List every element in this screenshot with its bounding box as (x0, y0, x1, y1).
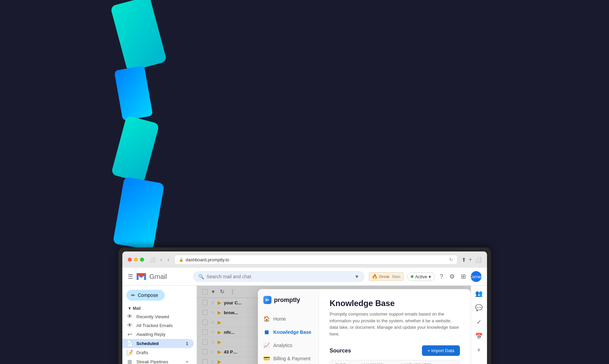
gmail-right-sidebar: 👥 💬 ✓ 📅 + (471, 286, 487, 364)
right-sidebar-meet-icon[interactable]: 👥 (474, 288, 484, 299)
gmail-logo: ☰ Gmail (128, 270, 189, 283)
home-icon: 🏠 (263, 316, 270, 322)
lock-icon: 🔒 (179, 258, 184, 262)
active-label: Active (415, 274, 427, 279)
deco-shape-tl2 (114, 65, 153, 121)
maximize-button[interactable] (140, 258, 144, 262)
modal-title: Knowledge Base (330, 299, 460, 308)
traffic-lights (128, 258, 144, 262)
forward-button[interactable]: › (166, 257, 170, 262)
import-data-button[interactable]: + Import Data (422, 345, 460, 356)
table-header: TYPE NAME SIZE LAST UPDATED (330, 360, 460, 364)
deco-shape-tl (110, 0, 167, 72)
gmail-header-right: 🔥 Streak Basic Active ▾ ? ⚙ ⊞ (369, 271, 482, 282)
mail-label-text: Mail (133, 306, 141, 311)
apps-icon[interactable]: ⊞ (460, 271, 467, 282)
sidebar-item-drafts[interactable]: 📝 Drafts (122, 348, 194, 357)
sidebar-item-awaiting[interactable]: ↩ Awaiting Reply (122, 330, 194, 339)
laptop-screen-bezel: ⬜ ‹ › 🔒 dashboard.promptly.to ↻ ⬆ + ⬜ (118, 247, 491, 364)
right-sidebar-chat-icon[interactable]: 💬 (474, 303, 484, 313)
deco-shape-br (113, 177, 164, 250)
browser-chrome: ⬜ ‹ › 🔒 dashboard.promptly.to ↻ ⬆ + ⬜ (122, 251, 487, 364)
right-sidebar-tasks-icon[interactable]: ✓ (475, 317, 483, 327)
modal-subtitle: Promptly composes customer support email… (330, 311, 460, 337)
modal-panel: promptly 🏠 Home ◼ Knowledge Base (258, 289, 471, 364)
modal-overlay: promptly 🏠 Home ◼ Knowledge Base (197, 286, 471, 364)
right-sidebar-add-icon[interactable]: + (476, 345, 482, 355)
close-button[interactable] (128, 258, 132, 262)
modal-nav-analytics[interactable]: 📈 Analytics (258, 339, 319, 352)
settings-icon[interactable]: ⚙ (448, 271, 456, 282)
gmail-text: Gmail (149, 273, 167, 281)
streak-sub: Basic (392, 275, 401, 279)
streak-badge: 🔥 Streak Basic (369, 272, 404, 281)
scheduled-icon: 📄 (126, 340, 133, 347)
url-text: dashboard.promptly.to (186, 257, 229, 262)
deco-shape-tr (111, 115, 159, 183)
streak-label: Streak (379, 275, 390, 279)
sidebar-item-all-tracked[interactable]: 👁 All Tracked Emails (122, 321, 194, 330)
sidebar-item-scheduled[interactable]: 📄 Scheduled 1 (122, 339, 194, 348)
scheduled-label: Scheduled (137, 341, 159, 346)
streak-icon: 🔥 (372, 274, 378, 279)
modal-nav-knowledge-base[interactable]: ◼ Knowledge Base (258, 325, 319, 339)
modal-logo: promptly (258, 296, 319, 312)
compose-row: ✏ Compose (122, 288, 197, 303)
sidebar-item-recently-viewed[interactable]: 👁 Recently Viewed (122, 312, 194, 321)
modal-nav-home[interactable]: 🏠 Home (258, 312, 319, 325)
user-initials: Cornell (469, 274, 483, 279)
nav-billing-label: Billing & Payment (273, 356, 311, 361)
new-tab-icon[interactable]: + (469, 257, 472, 263)
modal-sidebar: promptly 🏠 Home ◼ Knowledge Base (258, 289, 319, 364)
back-button[interactable]: ‹ (159, 257, 164, 262)
window-controls: ⬜ ‹ › (148, 257, 170, 262)
gmail-body: ✏ Compose ▼ Mail 👁 Recently Viewed (122, 286, 487, 364)
logo-svg (265, 297, 270, 303)
billing-icon: 💳 (263, 355, 270, 362)
browser-titlebar: ⬜ ‹ › 🔒 dashboard.promptly.to ↻ ⬆ + ⬜ (122, 251, 487, 268)
nav-analytics-label: Analytics (273, 343, 292, 348)
compose-icon: ✏ (131, 292, 135, 298)
modal-logo-text: promptly (274, 297, 300, 304)
search-filter-icon[interactable]: ▼ (354, 274, 359, 279)
help-icon[interactable]: ? (438, 272, 444, 282)
browser-actions: ⬆ + ⬜ (462, 257, 481, 263)
search-icon: 🔍 (198, 274, 204, 279)
modal-content: Knowledge Base Promptly composes custome… (319, 289, 471, 364)
gmail-main: ▾ ↻ ⋮ 1–50 of 16,850 ‹ › (197, 286, 471, 364)
hamburger-icon[interactable]: ☰ (128, 273, 133, 280)
gmail-search[interactable]: 🔍 ▼ (193, 271, 365, 282)
compose-button[interactable]: ✏ Compose (126, 290, 165, 301)
knowledge-base-icon: ◼ (263, 329, 270, 335)
pipelines-icon: ⊞ (126, 359, 133, 364)
mail-expand-icon[interactable]: ▼ (128, 306, 132, 311)
mail-section-label: ▼ Mail (122, 305, 197, 312)
tile-window-button[interactable]: ⬜ (148, 257, 157, 262)
right-sidebar-calendar-icon[interactable]: 📅 (474, 331, 484, 341)
analytics-icon: 📈 (263, 342, 270, 348)
active-chevron-icon: ▾ (429, 274, 431, 279)
all-tracked-label: All Tracked Emails (137, 323, 173, 328)
awaiting-label: Awaiting Reply (137, 332, 166, 337)
avatar[interactable]: Cornell (471, 271, 482, 282)
sidebar-item-pipelines[interactable]: ⊞ Streak Pipelines + (122, 357, 194, 364)
refresh-icon[interactable]: ↻ (449, 257, 453, 262)
nav-home-label: Home (273, 316, 286, 322)
pipelines-badge: + (186, 360, 188, 364)
search-input[interactable] (207, 274, 352, 279)
gmail-logo-icon (135, 270, 147, 283)
nav-knowledge-base-label: Knowledge Base (273, 329, 311, 335)
modal-nav-billing[interactable]: 💳 Billing & Payment (258, 352, 319, 364)
scheduled-badge: 1 (186, 341, 188, 346)
eye-icon: 👁 (126, 314, 133, 320)
eye-tracked-icon: 👁 (126, 322, 133, 328)
address-bar[interactable]: 🔒 dashboard.promptly.to ↻ (175, 255, 458, 264)
minimize-button[interactable] (134, 258, 138, 262)
gmail-container: ☰ Gmail 🔍 ▼ (122, 268, 487, 364)
pipelines-label: Streak Pipelines (137, 359, 168, 364)
tabs-icon[interactable]: ⬜ (475, 257, 482, 263)
share-icon[interactable]: ⬆ (462, 257, 466, 263)
recently-viewed-label: Recently Viewed (137, 314, 169, 319)
sources-table: TYPE NAME SIZE LAST UPDATED (330, 360, 460, 364)
active-badge[interactable]: Active ▾ (407, 272, 435, 281)
